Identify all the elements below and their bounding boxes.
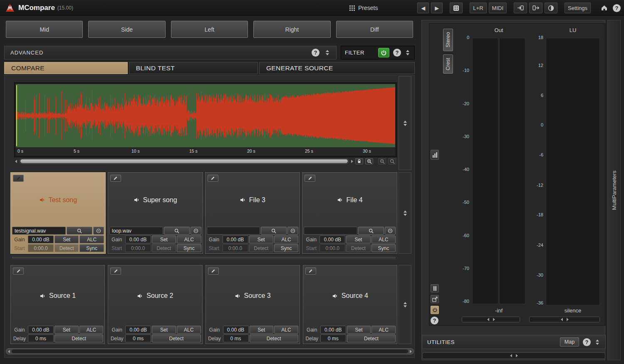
edit-name-icon[interactable] [110,175,121,182]
set-gain-button[interactable]: Set [250,326,274,334]
channel-mode-button[interactable]: L+R [470,2,486,13]
channel-mid-button[interactable]: Mid [6,21,83,38]
file-slot-4[interactable]: File 4 Gain 0.00 dB Set ALC Start [302,172,397,254]
meter-power-icon[interactable] [431,306,439,314]
midi-button[interactable]: MIDI [489,2,507,13]
browse-file-button[interactable] [358,227,384,235]
settings-button[interactable]: Settings [565,2,591,13]
lu-meter-range-slider[interactable] [529,317,600,322]
meter-help-icon[interactable]: ? [431,317,438,324]
filename-field[interactable]: loop.wav [109,227,163,235]
edit-name-icon[interactable] [110,267,121,275]
edit-name-icon[interactable] [208,267,219,275]
lock-icon[interactable] [355,158,363,164]
file-slot-1[interactable]: Test song testsignal.wav Gain 0.00 dB Se… [10,172,106,254]
edit-name-icon[interactable] [13,267,24,275]
stereo-mode-button[interactable]: Stereo [443,29,453,51]
source-slot-4[interactable]: Source 4 Gain 0.00 dB Set ALC Delay 0 ms… [303,265,397,344]
presets-button[interactable]: Presets [349,0,378,16]
alc-button[interactable]: ALC [79,235,104,243]
waveform-expand-strip[interactable] [399,76,411,170]
utilities-help-icon[interactable]: ? [583,338,591,346]
alc-button[interactable]: ALC [79,326,104,334]
source-select-button[interactable]: Source 2 [109,267,201,325]
alc-button[interactable]: ALC [274,326,298,334]
file-select-button[interactable]: Test song [12,174,104,226]
browse-file-button[interactable] [67,227,92,235]
utilities-scrollbar[interactable] [422,352,605,359]
files-scroll-thumb[interactable] [12,257,396,259]
scroll-left-icon[interactable] [15,160,17,163]
channel-right-button[interactable]: Right [253,21,330,38]
advanced-help-icon[interactable]: ? [312,49,319,57]
zoom-all-icon[interactable] [388,158,396,164]
set-gain-button[interactable]: Set [152,326,176,334]
gain-value[interactable]: 0.00 dB [223,326,249,334]
set-gain-button[interactable]: Set [346,235,370,243]
channel-left-button[interactable]: Left [171,21,248,38]
source-select-button[interactable]: Source 3 [207,267,298,325]
tab-generate-source[interactable]: GENERATE SOURCE [259,62,415,74]
gain-value[interactable]: 0.00 dB [28,235,54,243]
histogram-icon[interactable] [431,150,439,160]
gain-value[interactable]: 0.00 dB [125,235,151,243]
alc-button[interactable]: ALC [177,326,201,334]
waveform-scroll-thumb[interactable] [20,159,348,163]
edit-name-icon[interactable] [305,175,315,182]
file-select-button[interactable]: Super song [109,174,201,226]
sync-button[interactable]: Sync [371,244,396,252]
channel-diff-button[interactable]: Diff [336,21,413,38]
start-value[interactable]: 0:00.0 [125,244,151,252]
browse-file-button[interactable] [261,227,287,235]
alc-button[interactable]: ALC [274,235,298,243]
agc-icon[interactable] [545,2,557,13]
random-preset-icon[interactable] [450,2,463,13]
waveform-display[interactable] [16,84,395,147]
sync-button[interactable]: Sync [274,244,298,252]
files-expand-strip[interactable] [399,172,411,254]
filename-field[interactable] [207,227,260,235]
alc-button[interactable]: ALC [177,235,201,243]
delay-value[interactable]: 0 ms [28,334,54,342]
compare-horizontal-scrollbar[interactable] [6,348,414,354]
set-gain-button[interactable]: Set [152,235,176,243]
next-preset-button[interactable]: ▶ [431,2,443,13]
set-gain-button[interactable]: Set [54,326,79,334]
file-select-button[interactable]: File 3 [207,174,299,226]
set-gain-button[interactable]: Set [54,235,79,243]
source-slot-2[interactable]: Source 2 Gain 0.00 dB Set ALC Delay 0 ms… [108,265,202,344]
previous-preset-button[interactable]: ◀ [417,2,429,13]
scroll-right-icon[interactable] [410,350,412,353]
pause-icon[interactable] [431,284,439,292]
detect-button[interactable]: Detect [54,334,103,342]
file-slot-2[interactable]: Super song loop.wav Gain 0.00 dB Set ALC [108,172,203,254]
edit-name-icon[interactable] [208,175,218,182]
zoom-out-icon[interactable] [378,158,386,164]
source-select-button[interactable]: Source 1 [12,267,103,325]
scroll-right-icon[interactable] [351,160,353,163]
utilities-expand-control[interactable] [594,339,600,345]
files-scrollbar[interactable] [10,256,397,260]
multiparameters-panel[interactable]: MultiParameters [607,20,621,360]
waveform-scroll-track[interactable] [19,158,349,164]
gain-value[interactable]: 0.00 dB [319,235,345,243]
edit-name-icon[interactable] [305,267,316,275]
remove-file-icon[interactable] [191,227,201,235]
delay-value[interactable]: 0 ms [125,334,151,342]
popout-icon[interactable] [431,295,439,303]
signal-out-icon[interactable] [529,2,542,13]
channel-side-button[interactable]: Side [88,21,165,38]
filename-field[interactable] [304,227,357,235]
home-icon[interactable] [598,2,611,13]
remove-file-icon[interactable] [93,227,104,235]
gain-value[interactable]: 0.00 dB [320,326,346,334]
start-value[interactable]: 0:00.0 [223,244,248,252]
file-select-button[interactable]: File 4 [304,174,396,226]
detect-button[interactable]: Detect [346,244,370,252]
browse-file-button[interactable] [164,227,190,235]
advanced-section-header[interactable]: ADVANCED ? [4,46,337,59]
alc-button[interactable]: ALC [371,326,396,334]
alc-button[interactable]: ALC [371,235,396,243]
detect-button[interactable]: Detect [152,244,176,252]
detect-button[interactable]: Detect [347,334,396,342]
